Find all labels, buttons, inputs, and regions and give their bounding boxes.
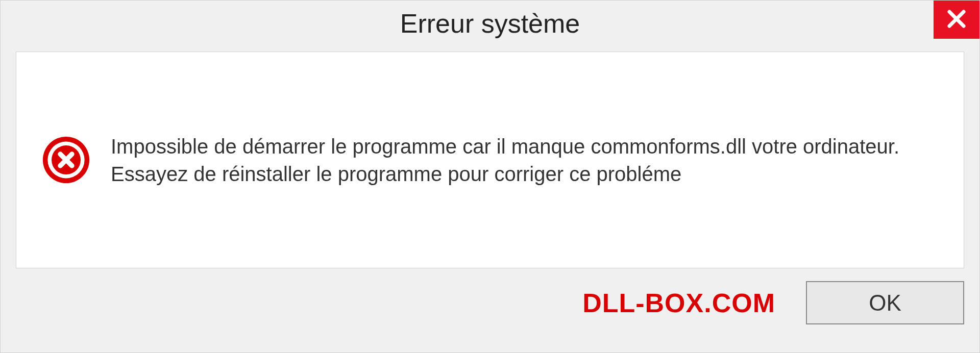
branding-text: DLL-BOX.COM [582,288,775,318]
footer: DLL-BOX.COM OK [16,281,964,324]
close-button[interactable] [934,1,979,39]
error-icon [42,136,90,184]
content-panel: Impossible de démarrer le programme car … [16,52,964,268]
dialog-title: Erreur système [400,8,580,39]
ok-button[interactable]: OK [806,281,964,324]
titlebar: Erreur système [1,1,979,46]
error-message: Impossible de démarrer le programme car … [111,133,938,188]
close-icon [946,9,967,31]
